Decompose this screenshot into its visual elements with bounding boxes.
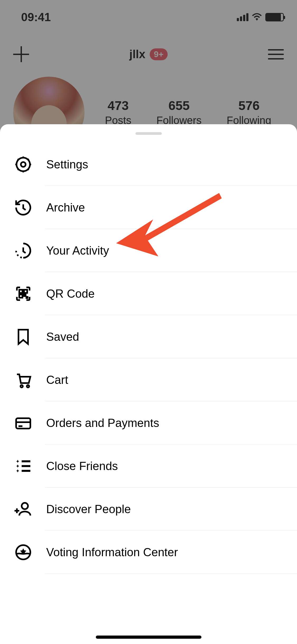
- drag-handle[interactable]: [135, 132, 162, 135]
- menu-item-settings[interactable]: Settings: [0, 143, 297, 186]
- menu-label: Archive: [46, 201, 85, 214]
- menu-sheet: Settings Archive Your Activity QR Code S…: [0, 124, 297, 644]
- menu-item-activity[interactable]: Your Activity: [0, 229, 297, 272]
- menu-item-archive[interactable]: Archive: [0, 186, 297, 229]
- menu-item-discover[interactable]: Discover People: [0, 487, 297, 531]
- close-friends-icon: [13, 456, 33, 476]
- menu-label: Settings: [46, 158, 88, 171]
- svg-rect-5: [24, 295, 26, 296]
- menu-item-cart[interactable]: Cart: [0, 358, 297, 401]
- menu-item-orders[interactable]: Orders and Payments: [0, 401, 297, 444]
- menu-label: Close Friends: [46, 459, 118, 473]
- svg-rect-2: [19, 290, 22, 293]
- menu-label: Orders and Payments: [46, 416, 159, 430]
- svg-point-8: [27, 385, 29, 387]
- menu-label: Voting Information Center: [46, 546, 178, 559]
- menu-label: Discover People: [46, 503, 131, 516]
- svg-point-1: [21, 162, 26, 167]
- svg-rect-3: [24, 290, 27, 293]
- svg-rect-6: [26, 297, 28, 298]
- gear-icon: [13, 154, 33, 174]
- home-indicator[interactable]: [96, 636, 201, 639]
- svg-rect-4: [19, 295, 22, 298]
- vote-icon: [13, 542, 33, 562]
- cart-icon: [13, 370, 33, 390]
- discover-icon: [13, 499, 33, 519]
- activity-icon: [13, 241, 33, 260]
- menu-item-qr[interactable]: QR Code: [0, 272, 297, 315]
- menu-label: Your Activity: [46, 244, 109, 257]
- qr-icon: [13, 284, 33, 303]
- menu-item-saved[interactable]: Saved: [0, 315, 297, 358]
- svg-rect-9: [16, 418, 30, 429]
- card-icon: [13, 413, 33, 433]
- svg-point-7: [20, 385, 23, 387]
- menu-item-close-friends[interactable]: Close Friends: [0, 444, 297, 487]
- menu-label: QR Code: [46, 287, 95, 300]
- archive-icon: [13, 197, 33, 217]
- menu-item-voting[interactable]: Voting Information Center: [0, 531, 297, 574]
- bookmark-icon: [13, 327, 33, 347]
- svg-point-12: [22, 503, 28, 509]
- menu-label: Cart: [46, 373, 68, 387]
- menu-label: Saved: [46, 330, 79, 343]
